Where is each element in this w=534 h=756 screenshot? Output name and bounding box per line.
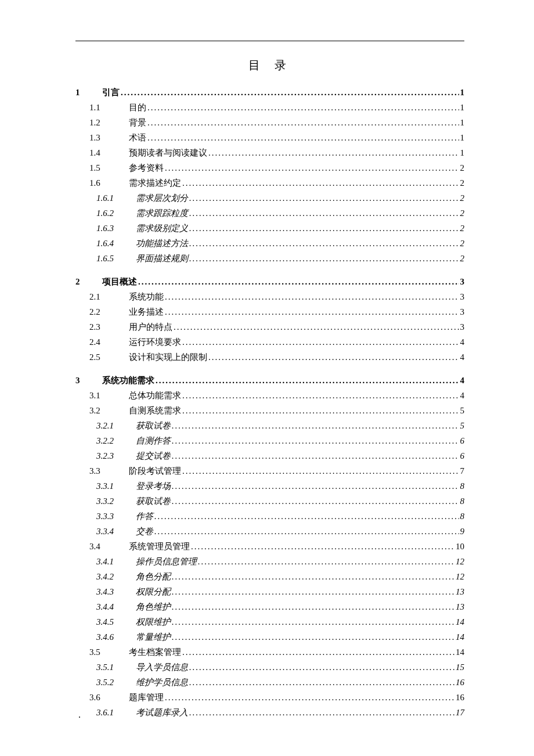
toc-leader-dots: ........................................… (164, 160, 459, 175)
toc-leader-dots: ........................................… (146, 100, 459, 115)
toc-entry[interactable]: 3.4.1操作员信息管理............................… (75, 554, 464, 569)
toc-number: 3.1 (89, 388, 129, 403)
toc-entry[interactable]: 2.1系统功能.................................… (75, 289, 464, 304)
toc-page: 3 (459, 319, 465, 334)
toc-number: 3.5.2 (96, 675, 136, 690)
toc-entry[interactable]: 1.6.2需求跟踪粒度.............................… (75, 206, 464, 221)
toc-entry[interactable]: 1.1目的...................................… (75, 100, 464, 115)
toc-leader-dots: ........................................… (171, 614, 454, 629)
toc-number: 3.2.2 (96, 433, 136, 448)
toc-entry[interactable]: 3.4.4角色维护...............................… (75, 599, 464, 614)
toc-entry[interactable]: 3.3.3作答.................................… (75, 509, 464, 524)
toc-leader-dots: ........................................… (171, 418, 459, 433)
toc-entry[interactable]: 3系统功能需求.................................… (75, 373, 464, 388)
toc-leader-dots: ........................................… (188, 221, 459, 236)
toc-entry[interactable]: 3.4.6常量维护...............................… (75, 629, 464, 645)
toc-page: 1 (459, 130, 465, 145)
toc-entry[interactable]: 3.3.1登录考场...............................… (75, 478, 464, 494)
toc-entry[interactable]: 2项目概述...................................… (75, 274, 464, 289)
toc-number: 1 (75, 85, 102, 100)
toc-entry[interactable]: 3.6.1考试题库录入.............................… (75, 705, 464, 720)
toc-page: 2 (459, 221, 465, 236)
toc-entry[interactable]: 3.2.3提交试卷...............................… (75, 448, 464, 463)
toc-entry[interactable]: 2.5设计和实现上的限制............................… (75, 350, 464, 365)
toc-label: 系统管理员管理 (129, 539, 190, 554)
toc-number: 1.5 (89, 160, 129, 175)
toc-label: 交卷 (136, 524, 153, 539)
toc-entry[interactable]: 1.4预期读者与阅读建议............................… (75, 145, 464, 160)
toc-page: 6 (459, 433, 465, 448)
toc-leader-dots: ........................................… (172, 319, 459, 334)
toc-number: 3.3.4 (96, 524, 136, 539)
toc-label: 自测作答 (136, 433, 171, 448)
toc-list: 1引言.....................................… (75, 85, 464, 720)
toc-entry[interactable]: 3.4系统管理员管理..............................… (75, 539, 464, 554)
toc-leader-dots: ........................................… (181, 334, 459, 350)
toc-entry[interactable]: 1.6.5界面描述规则.............................… (75, 251, 464, 266)
toc-entry[interactable]: 1.6需求描述约定...............................… (75, 175, 464, 190)
toc-entry[interactable]: 3.3阶段考试管理...............................… (75, 463, 464, 478)
toc-page: 2 (459, 160, 465, 175)
toc-entry[interactable]: 1引言.....................................… (75, 85, 464, 100)
toc-entry[interactable]: 3.2.1获取试卷...............................… (75, 418, 464, 433)
toc-number: 3.3.2 (96, 494, 136, 509)
toc-page: 4 (459, 373, 465, 388)
toc-page: 15 (454, 660, 464, 675)
toc-page: 5 (459, 403, 465, 418)
toc-leader-dots: ........................................… (171, 433, 459, 448)
toc-entry[interactable]: 3.4.3权限分配...............................… (75, 584, 464, 599)
toc-label: 功能描述方法 (136, 236, 188, 251)
toc-label: 业务描述 (129, 304, 164, 319)
toc-entry[interactable]: 3.3.2获取试卷...............................… (75, 494, 464, 509)
toc-number: 1.1 (89, 100, 129, 115)
toc-entry[interactable]: 1.6.4功能描述方法.............................… (75, 236, 464, 251)
toc-entry[interactable]: 2.2业务描述.................................… (75, 304, 464, 319)
toc-entry[interactable]: 3.2自测系统需求...............................… (75, 403, 464, 418)
toc-number: 1.6.3 (96, 221, 136, 236)
toc-number: 1.6.2 (96, 206, 136, 221)
toc-number: 3.3.3 (96, 509, 136, 524)
toc-page: 1 (459, 85, 465, 100)
toc-page: 14 (454, 629, 464, 645)
toc-label: 系统功能需求 (102, 373, 154, 388)
toc-label: 系统功能 (129, 289, 164, 304)
toc-page: 1 (459, 145, 465, 160)
toc-entry[interactable]: 3.5.1导入学员信息.............................… (75, 660, 464, 675)
toc-leader-dots: ........................................… (181, 463, 459, 478)
toc-leader-dots: ........................................… (164, 304, 459, 319)
toc-entry[interactable]: 2.3用户的特点................................… (75, 319, 464, 334)
toc-entry[interactable]: 1.6.3需求级别定义.............................… (75, 221, 464, 236)
toc-entry[interactable]: 1.5参考资料.................................… (75, 160, 464, 175)
toc-leader-dots: ........................................… (164, 289, 459, 304)
toc-entry[interactable]: 1.6.1需求层次划分.............................… (75, 190, 464, 206)
toc-entry[interactable]: 3.3.4交卷.................................… (75, 524, 464, 539)
toc-entry[interactable]: 1.2背景...................................… (75, 115, 464, 130)
toc-number: 3 (75, 373, 102, 388)
toc-entry[interactable]: 3.5考生档案管理...............................… (75, 645, 464, 660)
toc-label: 背景 (129, 115, 146, 130)
toc-entry[interactable]: 3.5.2维护学员信息.............................… (75, 675, 464, 690)
toc-number: 3.3.1 (96, 478, 136, 494)
toc-page: 4 (459, 388, 465, 403)
toc-leader-dots: ........................................… (171, 584, 454, 599)
toc-number: 3.6.1 (96, 705, 136, 720)
toc-label: 运行环境要求 (129, 334, 181, 350)
toc-page: 6 (459, 448, 465, 463)
toc-entry[interactable]: 2.4运行环境要求...............................… (75, 334, 464, 350)
toc-page: 1 (459, 100, 465, 115)
toc-number: 3.4.4 (96, 599, 136, 614)
toc-entry[interactable]: 3.4.5权限维护...............................… (75, 614, 464, 629)
toc-label: 题库管理 (129, 690, 164, 705)
toc-leader-dots: ........................................… (207, 145, 459, 160)
toc-page: 12 (454, 554, 464, 569)
toc-entry[interactable]: 3.2.2自测作答...............................… (75, 433, 464, 448)
toc-entry[interactable]: 3.6题库管理.................................… (75, 690, 464, 705)
toc-entry[interactable]: 3.4.2角色分配...............................… (75, 569, 464, 584)
toc-leader-dots: ........................................… (164, 690, 454, 705)
toc-number: 3.2.1 (96, 418, 136, 433)
toc-label: 需求描述约定 (129, 175, 181, 190)
toc-entry[interactable]: 3.1总体功能需求...............................… (75, 388, 464, 403)
toc-entry[interactable]: 1.3术语...................................… (75, 130, 464, 145)
toc-leader-dots: ........................................… (181, 403, 459, 418)
toc-number: 1.3 (89, 130, 129, 145)
